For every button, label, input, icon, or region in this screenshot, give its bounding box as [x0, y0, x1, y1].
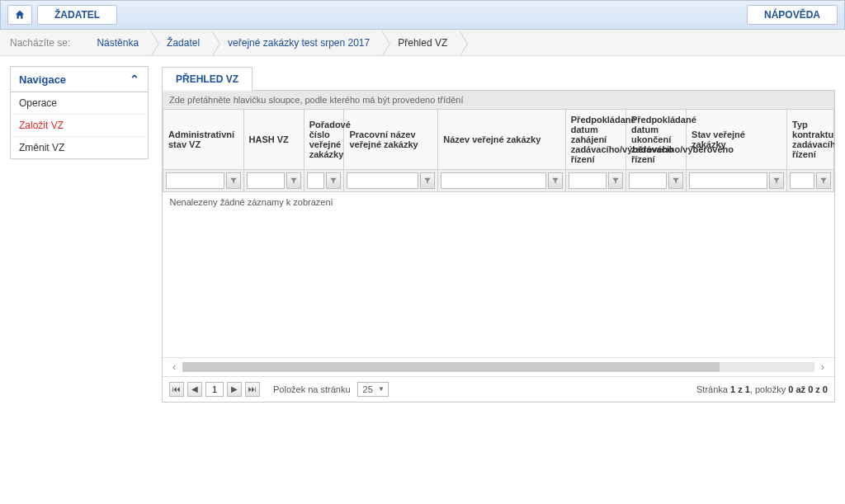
col-typ-kontraktu[interactable]: Typ kontraktu zadávacího řízení [787, 110, 834, 170]
filter-input-nazev[interactable] [441, 172, 545, 189]
horizontal-scrollbar: ‹ › [163, 357, 834, 376]
filter-input-poradove[interactable] [307, 172, 325, 189]
col-datum-ukonceni[interactable]: Předpokládané datum ukončení zadávacího/… [625, 110, 686, 170]
breadcrumb-item-current: Přehled VZ [381, 31, 459, 55]
scroll-track[interactable] [182, 362, 814, 372]
col-hash-vz[interactable]: HASH VZ [243, 110, 304, 170]
filter-input-datum-zahajeni[interactable] [569, 172, 607, 189]
grid-group-hint[interactable]: Zde přetáhněte hlavičku sloupce, podle k… [163, 91, 834, 109]
filter-icon[interactable] [769, 172, 784, 189]
sidebar-item-operace[interactable]: Operace [11, 92, 148, 115]
scroll-right-icon[interactable]: › [818, 360, 828, 374]
pager-next-button[interactable]: ▶ [227, 382, 242, 397]
col-pracovni-nazev[interactable]: Pracovní název veřejné zakázky [344, 110, 438, 170]
sidebar: Navigace ⌃ Operace Založit VZ Změnit VZ [10, 66, 149, 159]
data-grid: Administrativní stav VZ HASH VZ Pořadové… [163, 109, 834, 357]
filter-icon[interactable] [326, 172, 341, 189]
per-page-value: 25 [363, 384, 373, 394]
pager-first-button[interactable]: ⏮ [169, 382, 184, 397]
scroll-left-icon[interactable]: ‹ [169, 360, 179, 374]
sidebar-header[interactable]: Navigace ⌃ [11, 67, 148, 92]
filter-input-hash[interactable] [247, 172, 285, 189]
chevron-up-icon: ⌃ [130, 73, 139, 86]
filter-icon[interactable] [226, 172, 241, 189]
col-stav[interactable]: Stav veřejné zakázky [687, 110, 787, 170]
col-admin-stav[interactable]: Administrativní stav VZ [163, 110, 244, 170]
home-icon [14, 9, 26, 21]
empty-row: Nenalezeny žádné záznamy k zobrazení [163, 192, 834, 357]
per-page-label: Položek na stránku [273, 384, 351, 394]
tab-prehled-vz[interactable]: PŘEHLED VZ [162, 67, 253, 91]
pager-prev-button[interactable]: ◀ [187, 382, 202, 397]
col-poradove-cislo[interactable]: Pořadové číslo veřejné zakázky [304, 110, 344, 170]
col-datum-zahajeni[interactable]: Předpokládané datum zahájení zadávacího/… [565, 110, 625, 170]
filter-input-typ[interactable] [790, 172, 814, 189]
filter-icon[interactable] [420, 172, 435, 189]
grid-filter-row [163, 170, 834, 192]
breadcrumb-label: Nacházíte se: [0, 37, 80, 49]
grid-header-row: Administrativní stav VZ HASH VZ Pořadové… [163, 110, 834, 170]
grid-panel: Zde přetáhněte hlavičku sloupce, podle k… [162, 90, 835, 403]
breadcrumb: Nacházíte se: Nástěnka Žadatel veřejné z… [0, 30, 845, 56]
pager: ⏮ ◀ ▶ ⏭ Položek na stránku 25 Stránka 1 … [163, 376, 834, 402]
filter-icon[interactable] [668, 172, 683, 189]
filter-icon[interactable] [816, 172, 831, 189]
pager-last-button[interactable]: ⏭ [245, 382, 260, 397]
filter-icon[interactable] [608, 172, 623, 189]
home-button[interactable] [7, 5, 32, 25]
filter-input-stav[interactable] [689, 172, 767, 189]
filter-icon[interactable] [286, 172, 301, 189]
breadcrumb-item-nastenka[interactable]: Nástěnka [80, 31, 150, 55]
sidebar-item-zalozit-vz[interactable]: Založit VZ [11, 115, 148, 137]
napoveda-button[interactable]: NÁPOVĚDA [747, 5, 838, 25]
scroll-thumb[interactable] [182, 362, 720, 372]
filter-input-datum-ukonceni[interactable] [629, 172, 667, 189]
zadatel-button[interactable]: ŽADATEL [37, 5, 117, 25]
col-nazev[interactable]: Název veřejné zakázky [438, 110, 565, 170]
breadcrumb-item-zadatel[interactable]: Žadatel [150, 31, 211, 55]
sidebar-title: Navigace [19, 73, 66, 86]
empty-text: Nenalezeny žádné záznamy k zobrazení [163, 192, 834, 357]
top-bar: ŽADATEL NÁPOVĚDA [0, 0, 845, 30]
sidebar-item-zmenit-vz[interactable]: Změnit VZ [11, 137, 148, 158]
filter-icon[interactable] [548, 172, 563, 189]
pager-info: Stránka 1 z 1, položky 0 až 0 z 0 [696, 384, 828, 394]
per-page-select[interactable]: 25 [357, 382, 389, 397]
filter-input-admin-stav[interactable] [166, 172, 224, 189]
filter-input-pracovni-nazev[interactable] [347, 172, 418, 189]
pager-page-input[interactable] [205, 382, 224, 397]
breadcrumb-item-project[interactable]: veřejné zakázky test srpen 2017 [211, 31, 381, 55]
